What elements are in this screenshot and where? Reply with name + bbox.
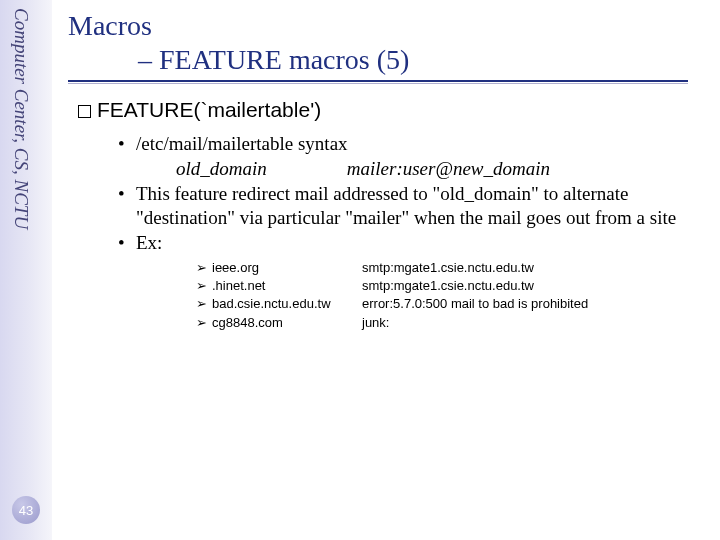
arrow-icon: ➢ [196, 259, 212, 277]
slide-title-line2: – FEATURE macros (5) [68, 44, 708, 76]
example-target: error:5.7.0:500 mail to bad is prohibite… [362, 295, 708, 313]
page-number: 43 [19, 503, 33, 518]
example-target: smtp:mgate1.csie.nctu.edu.tw [362, 277, 708, 295]
arrow-icon: ➢ [196, 295, 212, 313]
example-list: ➢ ieee.org smtp:mgate1.csie.nctu.edu.tw … [118, 259, 708, 332]
sidebar-org-text: Computer Center, CS, NCTU [10, 8, 32, 229]
syntax-right: mailer:user@new_domain [347, 158, 550, 179]
example-row: ➢ ieee.org smtp:mgate1.csie.nctu.edu.tw [196, 259, 708, 277]
slide-title-line1: Macros [68, 10, 708, 42]
example-domain: cg8848.com [212, 314, 362, 332]
sidebar-org: Computer Center, CS, NCTU [10, 8, 38, 328]
bullet-text: Ex: [136, 232, 162, 253]
bullet-list: /etc/mail/mailertable syntax old_domainm… [78, 132, 708, 332]
section-heading-row: FEATURE(`mailertable') [78, 98, 708, 122]
section-heading: FEATURE(`mailertable') [97, 98, 321, 121]
page-number-badge: 43 [12, 496, 40, 524]
arrow-icon: ➢ [196, 314, 212, 332]
example-domain: bad.csie.nctu.edu.tw [212, 295, 362, 313]
example-row: ➢ bad.csie.nctu.edu.tw error:5.7.0:500 m… [196, 295, 708, 313]
bullet-item: Ex: [118, 231, 708, 255]
title-underline [68, 80, 688, 82]
example-domain: .hinet.net [212, 277, 362, 295]
example-target: junk: [362, 314, 708, 332]
slide-content: Macros – FEATURE macros (5) FEATURE(`mai… [68, 10, 708, 332]
bullet-item: This feature redirect mail addressed to … [118, 182, 708, 230]
bullet-text: /etc/mail/mailertable syntax [136, 133, 348, 154]
square-bullet-icon [78, 105, 91, 118]
bullet-item: /etc/mail/mailertable syntax [118, 132, 708, 156]
arrow-icon: ➢ [196, 277, 212, 295]
slide-sidebar: Computer Center, CS, NCTU 43 [0, 0, 52, 540]
bullet-text: This feature redirect mail addressed to … [136, 183, 676, 228]
section: FEATURE(`mailertable') /etc/mail/mailert… [68, 98, 708, 332]
example-domain: ieee.org [212, 259, 362, 277]
example-row: ➢ .hinet.net smtp:mgate1.csie.nctu.edu.t… [196, 277, 708, 295]
example-target: smtp:mgate1.csie.nctu.edu.tw [362, 259, 708, 277]
syntax-line: old_domainmailer:user@new_domain [118, 158, 708, 180]
syntax-left: old_domain [176, 158, 267, 179]
example-row: ➢ cg8848.com junk: [196, 314, 708, 332]
